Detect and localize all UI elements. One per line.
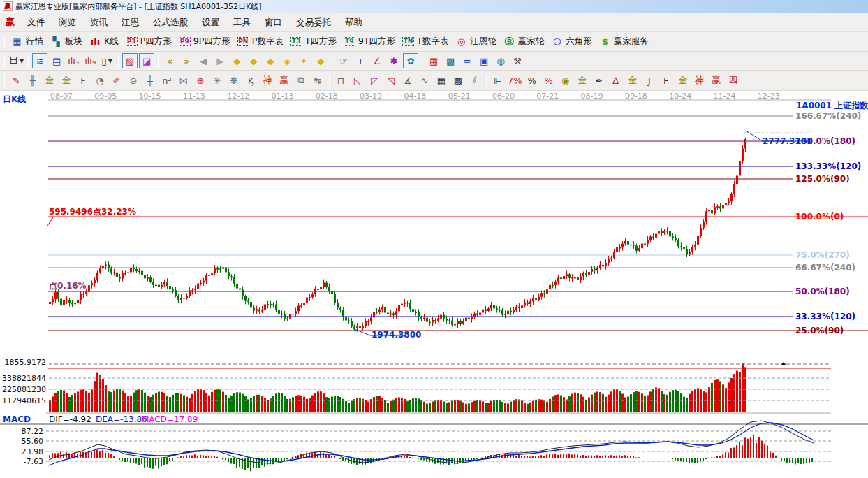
tool-kline-button[interactable]: ılıK线 [89,36,119,48]
menu-item-window[interactable]: 窗口 [258,15,289,31]
zoom-compress-icon[interactable]: ◈ [279,53,295,68]
tool-t-table-button[interactable]: TNT数字表 [402,36,448,48]
angle-mirror-icon[interactable]: ⋈ [176,73,191,88]
gann-shape-icon[interactable]: ✱ [386,53,402,68]
box-rays-icon[interactable]: ◹ [383,73,399,88]
spiral-icon[interactable]: ◔ [92,73,108,88]
kline-chart-canvas[interactable]: 08-0709-0510-1511-1312-1201-1302-1803-19… [0,91,868,478]
tool-9t-square-button[interactable]: T99T四方形 [344,36,395,48]
menu-item-browse[interactable]: 浏览 [52,15,83,31]
gold-price-grid-icon[interactable]: 金 [59,73,74,88]
j-angle-icon[interactable]: J [642,73,657,88]
square-n2-icon[interactable]: n² [159,73,175,88]
tool-p-table-button[interactable]: PNP数字表 [237,36,284,48]
grid-dense-icon[interactable]: ▦ [434,73,449,88]
fan-lines-icon[interactable]: ◺ [350,73,365,88]
menu-item-formula-picker[interactable]: 公式选股 [146,15,195,31]
pan-hand-icon[interactable]: ☞ [336,53,351,68]
zoom-expand-icon[interactable]: ✦ [296,53,311,68]
shen-angle-icon[interactable]: 神 [692,73,707,88]
angle-measure-icon[interactable]: ∠ [369,53,385,68]
menu-item-file[interactable]: 文件 [20,15,52,31]
gold-circle-icon[interactable]: ◉ [558,73,573,88]
percent-7-icon[interactable]: 7% [507,73,523,88]
si-angle-icon[interactable]: 四 [726,73,741,88]
bars-3-icon[interactable]: ılı₃ [66,53,81,68]
circle-cross-icon[interactable]: ⊕ [193,73,208,88]
zigzag-wave-icon[interactable]: ∿ [417,73,432,88]
tool-gann-wheel-button[interactable]: ◎江恩轮 [455,36,496,48]
fib-grid-icon[interactable]: F [75,73,91,88]
tool-sectors-button[interactable]: ▚板块 [50,36,82,48]
wave-overlay-icon[interactable]: ≋ [32,53,47,68]
nav-last-icon[interactable]: » [179,53,194,68]
tool-9p-square-button[interactable]: P99P四方形 [179,36,230,48]
parallel-lines-icon[interactable]: ⫽ [467,73,483,88]
percent-level-icon[interactable]: % [541,73,557,88]
volume-bar [691,391,693,412]
span-arrows-icon[interactable]: ↹ [310,73,325,88]
calendar-21-icon[interactable]: ▦ [426,53,441,68]
menu-item-gann[interactable]: 江恩 [115,15,146,31]
star-rays-icon[interactable]: ✳ [209,73,225,88]
tool-t-square-button[interactable]: T3T四方形 [290,36,337,48]
save-icon[interactable]: ▣ [476,53,492,68]
tool-p-square-button[interactable]: P3P四方形 [126,36,172,48]
profile-chart-icon[interactable]: ◪ [139,53,154,68]
ying-angle-icon[interactable]: 赢 [709,73,724,88]
zoom-right-icon[interactable]: ◆ [246,53,261,68]
candle-body [317,289,319,290]
draw-brush-icon[interactable]: ✎ [8,73,24,88]
nav-first-icon[interactable]: « [162,53,177,68]
zoom-horizontal-icon[interactable]: ◆ [263,53,278,68]
gate-measure-icon[interactable]: ⊓ [333,73,348,88]
smart-analysis-icon[interactable]: ✿ [403,53,418,68]
menu-item-help[interactable]: 帮助 [338,15,369,31]
count-grid-icon[interactable]: ⧉ [293,73,309,88]
tool-winner-wheel-button[interactable]: Ⓑ赢家轮 [503,36,545,48]
f-angle-icon[interactable]: F [659,73,674,88]
zoom-left-icon[interactable]: ◆ [229,53,244,68]
crosshair-icon[interactable]: + [353,53,368,68]
percent-icon[interactable]: % [524,73,540,88]
toolbox-icon[interactable]: ⚒ [510,53,525,68]
circle-grid-icon[interactable]: ⊜ [126,73,141,88]
menu-item-settings[interactable]: 设置 [195,15,226,31]
gold-time-grid-icon[interactable]: 金 [42,73,57,88]
menu-item-tools[interactable]: 工具 [226,15,258,31]
wave-band-icon[interactable]: ∆ [608,73,624,88]
price-ruler-icon[interactable]: ╪ [142,73,158,88]
candle-body [141,271,143,275]
network-icon[interactable]: ◍ [493,53,508,68]
nav-prev-icon[interactable]: ◀ [196,53,211,68]
tool-hexagon-button[interactable]: ⬡六角形 [551,36,592,48]
tool-winner-service-button[interactable]: $赢家服务 [599,36,649,48]
pattern-match-icon[interactable]: ▨ [122,53,138,68]
shen-grid-icon[interactable]: 神 [260,73,275,88]
bars-9-icon[interactable]: ılı₉ [82,53,98,68]
zoom-reset-icon[interactable]: ◆ [313,53,328,68]
period-day-icon[interactable]: 日▼ [8,53,24,68]
menu-item-trade-entrust[interactable]: 交易委托 [289,15,338,31]
fan-box-icon[interactable]: ◸ [367,73,382,88]
gold-ray-icon[interactable]: 金 [675,73,691,88]
chart-area[interactable]: 08-0709-0510-1511-1312-1201-1302-1803-19… [0,91,868,478]
brush-grid-icon[interactable]: ✐ [109,73,124,88]
calculator-icon[interactable]: ▩ [443,53,458,68]
candle-style-icon[interactable]: ▯▼ [99,53,115,68]
spider-web-icon[interactable]: ❋ [226,73,242,88]
ying-grid-icon[interactable]: 赢 [277,73,292,88]
time-ruler-icon[interactable]: ╫ [25,73,41,88]
grid-dense-2-icon[interactable]: ▩ [450,73,466,88]
level-scale-icon[interactable]: ⊫ [490,73,506,88]
info-note-icon[interactable]: ▤ [49,53,64,68]
gold-angle-icon[interactable]: 金 [625,73,640,88]
k-mark-icon[interactable]: Ϗ [243,73,258,88]
tool-quotes-button[interactable]: ▦行情 [11,36,43,48]
gold-level-icon[interactable]: 金 [575,73,590,88]
trend-angles-icon[interactable]: ∡ [400,73,415,88]
notepad-icon[interactable]: ≣ [459,53,475,68]
pen-levels-icon[interactable]: ✒ [591,73,607,88]
menu-item-news[interactable]: 资讯 [83,15,115,31]
nav-next-icon[interactable]: ▶ [212,53,228,68]
